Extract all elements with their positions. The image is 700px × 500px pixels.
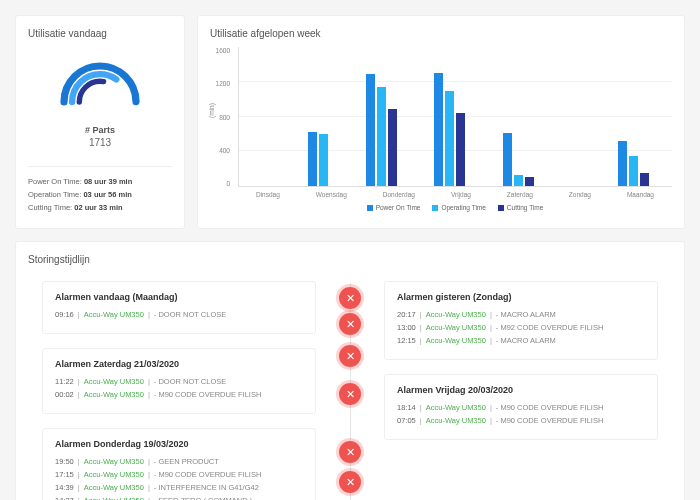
alarm-machine[interactable]: Accu-Way UM350 — [426, 323, 486, 332]
bar-group — [434, 73, 465, 186]
time-row: Operation Time: 03 uur 56 min — [28, 190, 172, 199]
legend-item: Cutting Time — [498, 204, 544, 211]
legend-label: Operating Time — [441, 204, 485, 211]
alarm-machine[interactable]: Accu-Way UM350 — [84, 457, 144, 466]
alarm-message: - M90 CODE OVERDUE FILISH — [496, 416, 604, 425]
alarm-message: - GEEN PRODUCT — [154, 457, 219, 466]
timeline-dot-icon[interactable]: ✕ — [339, 287, 361, 309]
bar — [640, 173, 649, 186]
bar — [618, 141, 627, 187]
alarm-machine[interactable]: Accu-Way UM350 — [84, 310, 144, 319]
bar — [388, 109, 397, 186]
alarm-block-title: Alarmen Vrijdag 20/03/2020 — [397, 385, 645, 395]
alarm-row: 11:22|Accu-Way UM350|- DOOR NOT CLOSE — [55, 377, 303, 386]
y-tick: 1600 — [210, 47, 234, 54]
bar — [456, 113, 465, 187]
x-tick: Zondag — [569, 191, 591, 198]
card-title: Utilisatie vandaag — [28, 28, 172, 39]
svg-point-2 — [79, 81, 120, 122]
x-tick: Maandag — [627, 191, 654, 198]
timeline-dot-icon[interactable]: ✕ — [339, 471, 361, 493]
timeline-right-column: Alarmen gisteren (Zondag)20:17|Accu-Way … — [370, 273, 672, 500]
fault-timeline-card: Storingstijdlijn Alarmen vandaag (Maanda… — [15, 241, 685, 500]
alarm-block-title: Alarmen Zaterdag 21/03/2020 — [55, 359, 303, 369]
alarm-row: 13:00|Accu-Way UM350|- M92 CODE OVERDUE … — [397, 323, 645, 332]
alarm-time: 07:05 — [397, 416, 416, 425]
bar — [629, 156, 638, 186]
alarm-time: 17:15 — [55, 470, 74, 479]
alarm-row: 09:16|Accu-Way UM350|- DOOR NOT CLOSE — [55, 310, 303, 319]
alarm-time: 13:00 — [397, 323, 416, 332]
y-tick: 400 — [210, 147, 234, 154]
alarm-machine[interactable]: Accu-Way UM350 — [84, 496, 144, 500]
alarm-time: 20:17 — [397, 310, 416, 319]
timeline-center: ✕✕✕✕✕✕✕ — [330, 273, 370, 500]
legend-label: Cutting Time — [507, 204, 544, 211]
legend-swatch — [432, 205, 438, 211]
alarm-machine[interactable]: Accu-Way UM350 — [84, 483, 144, 492]
gauge-container: # Parts 1713 — [28, 47, 172, 166]
alarm-block: Alarmen vandaag (Maandag)09:16|Accu-Way … — [42, 281, 316, 334]
timeline-dot-icon[interactable]: ✕ — [339, 313, 361, 335]
time-value: 03 uur 56 min — [83, 190, 131, 199]
legend-item: Power On Time — [367, 204, 421, 211]
alarm-block-title: Alarmen Donderdag 19/03/2020 — [55, 439, 303, 449]
utilisation-week-card: Utilisatie afgelopen week (min) 16001200… — [197, 15, 685, 229]
x-axis: DinsdagWoensdagDonderdagVrijdagZaterdagZ… — [238, 191, 672, 198]
alarm-message: - DOOR NOT CLOSE — [154, 377, 226, 386]
alarm-machine[interactable]: Accu-Way UM350 — [84, 470, 144, 479]
time-value: 08 uur 39 min — [84, 177, 132, 186]
alarm-machine[interactable]: Accu-Way UM350 — [426, 403, 486, 412]
alarm-block-title: Alarmen vandaag (Maandag) — [55, 292, 303, 302]
legend-swatch — [498, 205, 504, 211]
x-tick: Dinsdag — [256, 191, 280, 198]
alarm-machine[interactable]: Accu-Way UM350 — [84, 377, 144, 386]
bar-chart: (min) 160012008004000 DinsdagWoensdagDon… — [210, 47, 672, 212]
card-title: Utilisatie afgelopen week — [210, 28, 672, 39]
alarm-block: Alarmen Vrijdag 20/03/202018:14|Accu-Way… — [384, 374, 658, 440]
alarm-message: - INTERFERENCE IN G41/G42 — [154, 483, 259, 492]
time-label: Cutting Time: — [28, 203, 72, 212]
bar — [434, 73, 443, 186]
alarm-machine[interactable]: Accu-Way UM350 — [426, 336, 486, 345]
bar-group — [366, 74, 397, 186]
x-tick: Woensdag — [316, 191, 347, 198]
timeline-dot-icon[interactable]: ✕ — [339, 383, 361, 405]
alarm-row: 18:14|Accu-Way UM350|- M90 CODE OVERDUE … — [397, 403, 645, 412]
alarm-row: 14:37|Accu-Way UM350|- FEED ZERO ( COMMA… — [55, 496, 303, 500]
alarm-message: - M90 CODE OVERDUE FILISH — [496, 403, 604, 412]
time-label: Operation Time: — [28, 190, 81, 199]
chart-legend: Power On TimeOperating TimeCutting Time — [238, 204, 672, 211]
alarm-message: - M90 CODE OVERDUE FILISH — [154, 390, 262, 399]
alarm-time: 12:15 — [397, 336, 416, 345]
bar — [525, 177, 534, 186]
alarm-time: 11:22 — [55, 377, 74, 386]
bar-group — [503, 133, 534, 186]
alarm-message: - MACRO ALARM — [496, 336, 556, 345]
y-axis: 160012008004000 — [210, 47, 234, 187]
legend-item: Operating Time — [432, 204, 485, 211]
time-list: Power On Time: 08 uur 39 minOperation Ti… — [28, 166, 172, 216]
alarm-time: 19:50 — [55, 457, 74, 466]
bar — [366, 74, 375, 186]
alarm-time: 00:02 — [55, 390, 74, 399]
bar-group — [262, 185, 271, 186]
bar-group — [618, 141, 649, 187]
alarm-block-title: Alarmen gisteren (Zondag) — [397, 292, 645, 302]
alarm-message: - M92 CODE OVERDUE FILISH — [496, 323, 604, 332]
alarm-row: 07:05|Accu-Way UM350|- M90 CODE OVERDUE … — [397, 416, 645, 425]
bar — [514, 175, 523, 186]
bar — [503, 133, 512, 186]
alarm-machine[interactable]: Accu-Way UM350 — [426, 416, 486, 425]
y-tick: 1200 — [210, 80, 234, 87]
bar — [319, 134, 328, 187]
alarm-machine[interactable]: Accu-Way UM350 — [426, 310, 486, 319]
alarm-row: 12:15|Accu-Way UM350|- MACRO ALARM — [397, 336, 645, 345]
x-tick: Vrijdag — [451, 191, 471, 198]
bar — [377, 87, 386, 186]
alarm-machine[interactable]: Accu-Way UM350 — [84, 390, 144, 399]
alarm-time: 14:39 — [55, 483, 74, 492]
timeline-dot-icon[interactable]: ✕ — [339, 345, 361, 367]
plot-area — [238, 47, 672, 187]
timeline-dot-icon[interactable]: ✕ — [339, 441, 361, 463]
